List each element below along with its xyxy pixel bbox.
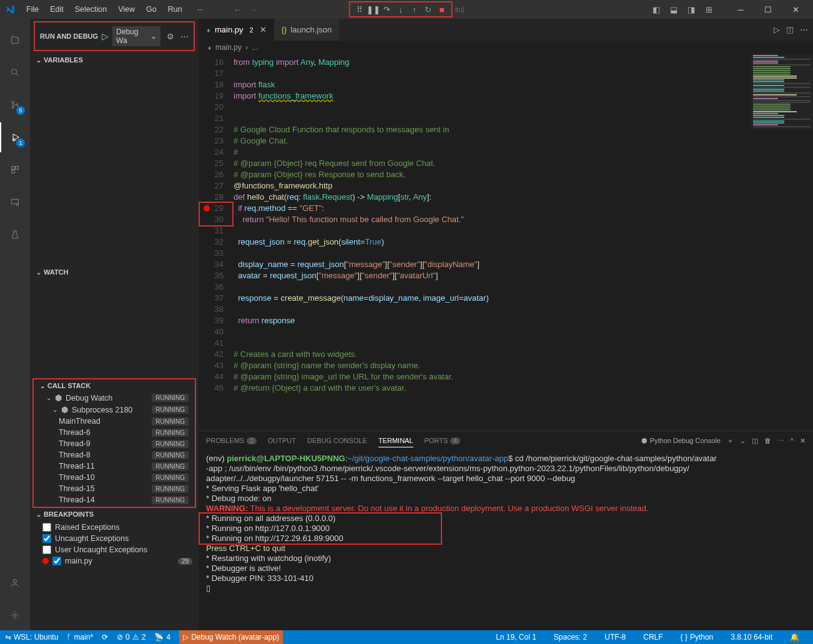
panel-more-icon[interactable]: ⋯ [777, 437, 784, 445]
cursor-position[interactable]: Ln 19, Col 1 [496, 633, 536, 642]
panel-tab-output[interactable]: OUTPUT [268, 434, 296, 447]
menu-file[interactable]: File [21, 2, 44, 16]
dirty-indicator: 2 [250, 26, 254, 34]
branch-indicator[interactable]: ᚶmain* [67, 633, 93, 642]
bp-uncaught-checkbox[interactable] [42, 534, 51, 543]
ports-indicator[interactable]: 📡4 [154, 633, 170, 642]
window-maximize-icon[interactable]: ☐ [756, 1, 781, 18]
debug-target[interactable]: ▷Debug Watch (avatar-app) [179, 630, 283, 644]
remote-explorer-icon[interactable] [0, 187, 30, 217]
split-editor-icon[interactable]: ◫ [786, 25, 794, 34]
more-actions-icon[interactable]: ⋯ [180, 32, 189, 41]
panel-tab-terminal[interactable]: TERMINAL [378, 434, 413, 447]
problems-indicator[interactable]: ⊘0⚠2 [117, 633, 145, 642]
maximize-panel-icon[interactable]: ^ [791, 437, 794, 444]
menu-run[interactable]: Run [163, 2, 187, 16]
code-editor[interactable]: 1617181920212223242526272829303132333435… [199, 54, 813, 431]
callstack-item[interactable]: Thread-10RUNNING [34, 472, 195, 483]
layout-panel-right-icon[interactable]: ◨ [686, 4, 697, 15]
settings-gear-icon[interactable] [0, 600, 30, 630]
bp-file-checkbox[interactable] [52, 557, 61, 565]
step-over-icon[interactable]: ↷ [382, 4, 393, 15]
sync-indicator[interactable]: ⟳ [102, 633, 108, 642]
nav-back-icon[interactable]: ← [234, 5, 242, 14]
kill-terminal-icon[interactable]: 🗑 [764, 437, 771, 444]
run-debug-icon[interactable]: 1 [0, 122, 30, 152]
indentation[interactable]: Spaces: 2 [554, 633, 587, 642]
terminal-profile-selector[interactable]: ⬢Python Debug Console [641, 437, 721, 445]
menu-more[interactable]: ··· [192, 2, 209, 16]
notifications-icon[interactable]: 🔔 [790, 633, 799, 642]
bp-file-main[interactable]: main.py29 [30, 555, 199, 567]
warning-icon: ⚠ [132, 633, 139, 642]
svg-point-10 [13, 580, 16, 583]
new-terminal-icon[interactable]: ＋ [727, 436, 734, 446]
watch-section-header[interactable]: ⌄WATCH [30, 266, 199, 278]
pause-icon[interactable]: ❚❚ [368, 4, 379, 15]
menu-selection[interactable]: Selection [70, 2, 112, 16]
restart-icon[interactable]: ↻ [423, 4, 434, 15]
tab-more-icon[interactable]: ⋯ [800, 25, 808, 34]
start-debug-icon[interactable]: ▷ [102, 31, 109, 41]
remote-indicator[interactable]: ⇋WSL: Ubuntu [5, 633, 58, 642]
window-close-icon[interactable]: ✕ [783, 1, 808, 18]
panel-tab-debug-console[interactable]: DEBUG CONSOLE [307, 434, 367, 447]
language-mode[interactable]: { }Python [681, 633, 714, 642]
split-terminal-icon[interactable]: ◫ [752, 437, 758, 445]
callstack-item[interactable]: MainThreadRUNNING [34, 416, 195, 427]
drag-handle-icon[interactable]: ⠿ [354, 4, 365, 15]
callstack-item[interactable]: Thread-9RUNNING [34, 438, 195, 449]
svg-point-2 [12, 106, 14, 108]
layout-customize-icon[interactable]: ⊞ [703, 4, 714, 15]
eol[interactable]: CRLF [643, 633, 663, 642]
debug-alt-icon: ⬢ [641, 437, 648, 445]
callstack-item[interactable]: Thread-8RUNNING [34, 449, 195, 461]
variables-section-header[interactable]: ⌄VARIABLES [30, 54, 199, 66]
tab-launch-json[interactable]: {} launch.json [274, 19, 339, 41]
menu-edit[interactable]: Edit [45, 2, 69, 16]
layout-panel-bottom-icon[interactable]: ⬓ [668, 4, 679, 15]
bp-uncaught[interactable]: Uncaught Exceptions [30, 533, 199, 544]
callstack-item[interactable]: Thread-6RUNNING [34, 427, 195, 438]
terminal-output[interactable]: (env) pierrick@LAPTOP-HKU5PNNG:~/git/goo… [199, 450, 813, 630]
accounts-icon[interactable] [0, 568, 30, 598]
callstack-item[interactable]: Thread-15RUNNING [34, 483, 195, 494]
source-control-icon[interactable]: 5 [0, 90, 30, 120]
search-fragment[interactable]: itu] [455, 6, 465, 13]
debug-config-dropdown[interactable]: Debug Wa⌄ [112, 26, 160, 46]
menu-view[interactable]: View [113, 2, 140, 16]
callstack-item[interactable]: ⌄⬢Subprocess 2180RUNNING [34, 404, 195, 416]
config-gear-icon[interactable]: ⚙ [167, 32, 174, 41]
run-file-icon[interactable]: ▷ [774, 25, 780, 34]
close-panel-icon[interactable]: ✕ [800, 437, 806, 445]
layout-panel-left-icon[interactable]: ◧ [651, 4, 662, 15]
panel-tab-problems[interactable]: PROBLEMS2 [206, 434, 257, 447]
tab-main-py[interactable]: ⬧ main.py 2 ✕ [199, 19, 274, 41]
terminal-dropdown-icon[interactable]: ⌄ [740, 437, 746, 445]
bp-user-uncaught[interactable]: User Uncaught Exceptions [30, 544, 199, 555]
callstack-section-header[interactable]: ⌄CALL STACK [34, 379, 195, 392]
explorer-icon[interactable] [0, 25, 30, 55]
callstack-item[interactable]: ⌄⬢Debug WatchRUNNING [34, 392, 195, 404]
menu-go[interactable]: Go [141, 2, 162, 16]
encoding[interactable]: UTF-8 [604, 633, 626, 642]
callstack-item[interactable]: Thread-14RUNNING [34, 494, 195, 505]
step-into-icon[interactable]: ↓ [395, 4, 406, 15]
bp-user-uncaught-checkbox[interactable] [42, 545, 51, 554]
panel-tab-ports[interactable]: PORTS4 [425, 434, 460, 447]
callstack-item[interactable]: Thread-11RUNNING [34, 461, 195, 472]
close-tab-icon[interactable]: ✕ [260, 25, 267, 34]
stop-icon[interactable]: ■ [436, 4, 448, 15]
breakpoints-section-header[interactable]: ⌄BREAKPOINTS [30, 508, 199, 520]
minimap[interactable] [751, 54, 813, 229]
bp-raised[interactable]: Raised Exceptions [30, 522, 199, 533]
bp-raised-checkbox[interactable] [42, 523, 51, 532]
search-icon[interactable] [0, 57, 30, 87]
extensions-icon[interactable] [0, 155, 30, 185]
python-interpreter[interactable]: 3.8.10 64-bit [731, 633, 772, 642]
step-out-icon[interactable]: ↑ [409, 4, 420, 15]
breadcrumb[interactable]: ⬧ main.py›... [199, 41, 813, 54]
nav-forward-icon[interactable]: → [249, 5, 257, 14]
window-minimize-icon[interactable]: ─ [728, 1, 753, 18]
testing-icon[interactable] [0, 220, 30, 250]
